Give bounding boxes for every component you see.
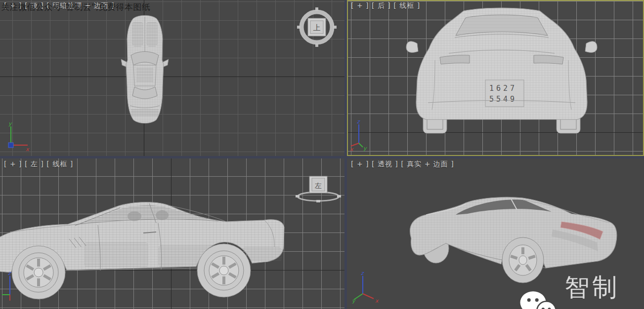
trunk-detail bbox=[131, 109, 159, 116]
z-axis-label: z bbox=[8, 271, 11, 276]
brand-name: 智制云 bbox=[564, 267, 644, 309]
viewcube-face-label[interactable]: 左 bbox=[314, 182, 322, 190]
car-model-back-view[interactable]: 1627 5549 bbox=[405, 6, 598, 137]
viewcube-face-label[interactable]: 上 bbox=[313, 23, 321, 32]
x-axis bbox=[363, 294, 374, 299]
grid bbox=[0, 0, 344, 156]
viewcube-compass-ring[interactable] bbox=[298, 192, 339, 201]
axis-tripod: y x bbox=[2, 120, 34, 152]
taillight-left bbox=[440, 55, 470, 64]
axis-tripod: z bbox=[2, 271, 34, 303]
axis-tripod: z y x bbox=[352, 272, 384, 304]
viewcube[interactable]: 上 bbox=[296, 6, 338, 48]
y-axis bbox=[354, 294, 363, 300]
z-axis-dot bbox=[8, 143, 13, 148]
axis-tripod: z x y bbox=[350, 117, 382, 152]
seat-rear bbox=[156, 210, 169, 220]
compass-tick-south bbox=[316, 200, 320, 202]
compass-tick-east bbox=[337, 195, 341, 197]
car-mirror-right bbox=[585, 41, 597, 53]
y-axis-label: y bbox=[8, 120, 12, 127]
z-axis-label: z bbox=[361, 272, 364, 276]
taillight-right bbox=[534, 55, 563, 64]
z-axis-label: z bbox=[357, 118, 360, 125]
hood-vent-left bbox=[132, 22, 143, 46]
brand-watermark: 智制云 bbox=[519, 267, 644, 309]
viewport-left[interactable]: 左 z [ + ] [ 左 ] [ 线框 ] bbox=[0, 158, 344, 309]
viewport-perspective[interactable]: z y x 智制云 [ + ] [ 透视 ] [ 真实 + 边面 ] bbox=[347, 158, 644, 309]
compass-tick-west bbox=[296, 195, 300, 197]
door-hatch bbox=[84, 242, 148, 268]
sunroof bbox=[136, 68, 153, 83]
viewcube[interactable]: 左 bbox=[295, 173, 342, 204]
x-axis-label: x bbox=[26, 146, 30, 152]
wechat-icon bbox=[519, 287, 560, 309]
max-viewport-area: 上 y x [ + ] [ 顶 ] [ 明暗处理 + 边面 ] bbox=[0, 0, 644, 309]
viewport-label-left[interactable]: [ + ] [ 左 ] [ 线框 ] bbox=[4, 160, 73, 169]
compass-tick-west bbox=[297, 26, 301, 29]
x-axis-label: x bbox=[375, 298, 379, 304]
plate-marks-row1: 1627 bbox=[489, 84, 517, 93]
car-model-top-view[interactable] bbox=[120, 13, 170, 126]
y-axis-label: y bbox=[363, 145, 367, 152]
car-mirror-left bbox=[406, 41, 418, 53]
plate-marks-row2: 5549 bbox=[489, 95, 517, 104]
rear-wheel bbox=[197, 244, 251, 297]
viewport-label-back[interactable]: [ + ] [ 后 ] [ 线框 ] bbox=[351, 1, 420, 10]
y-axis bbox=[359, 143, 363, 147]
viewport-top[interactable]: 上 y x [ + ] [ 顶 ] [ 明暗处理 + 边面 ] bbox=[0, 0, 344, 156]
grid-origin-horizontal bbox=[0, 77, 344, 77]
compass-tick-south bbox=[315, 43, 318, 47]
x-axis-label: x bbox=[350, 146, 354, 152]
car-model-side-view[interactable] bbox=[0, 197, 292, 301]
compass-tick-north bbox=[315, 7, 318, 11]
viewport-label-perspective[interactable]: [ + ] [ 透视 ] [ 真实 + 边面 ] bbox=[351, 160, 454, 169]
compass-tick-east bbox=[333, 26, 337, 29]
viewport-back[interactable]: 1627 5549 z x y [ + ] [ 后 ] [ 线框 ] bbox=[347, 0, 644, 156]
hood-vent-right bbox=[146, 22, 158, 46]
watermark-banner-text: 关注微信公众号"智制云",免费得本图纸 bbox=[1, 1, 151, 13]
